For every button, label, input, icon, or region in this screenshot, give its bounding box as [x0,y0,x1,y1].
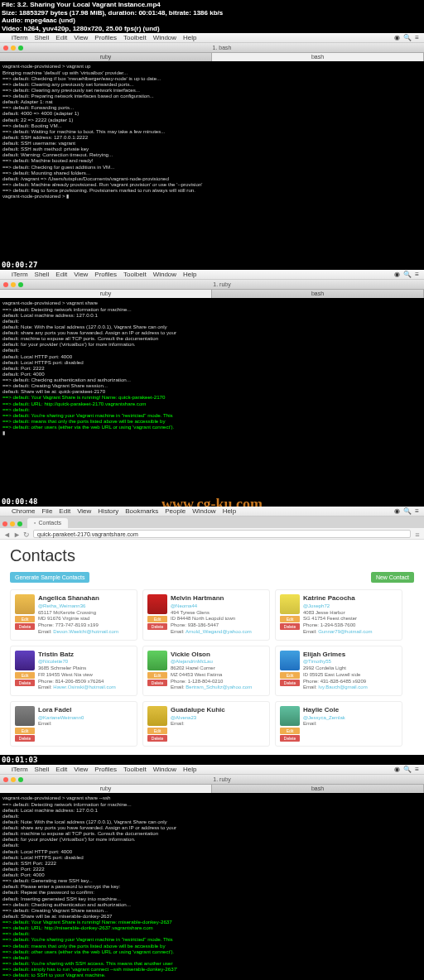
delete-button[interactable]: Delete [147,623,167,630]
menu-item[interactable]: Chrome [12,507,35,515]
edit-button[interactable]: Edit [15,672,35,679]
maximize-icon[interactable] [18,46,23,50]
terminal-output[interactable]: vagrant-node-provisioned > vagrant share… [0,298,424,497]
delete-button[interactable]: Delete [147,735,167,742]
forward-icon[interactable]: ► [13,531,20,537]
menu-item[interactable]: Window [153,271,176,278]
tab-bash[interactable]: bash [212,785,424,793]
menu-icon[interactable]: ≡ [415,34,419,41]
menu-item[interactable]: iTerm [12,271,28,278]
maximize-icon[interactable] [18,282,23,287]
menu-item[interactable]: View [77,507,91,515]
wifi-icon[interactable]: ◉ [394,766,400,773]
search-icon[interactable]: 🔍 [403,507,412,515]
menu-item[interactable]: History [98,507,118,515]
menu-item[interactable]: Window [153,34,176,41]
edit-button[interactable]: Edit [280,672,300,679]
back-icon[interactable]: ◄ [3,531,10,537]
menu-item[interactable]: View [74,34,88,41]
edit-button[interactable]: Edit [280,728,300,734]
reload-icon[interactable]: ↻ [23,531,30,537]
menu-item[interactable]: Edit [59,507,70,515]
contact-handle[interactable]: @Neoma44 [171,603,265,610]
menu-item[interactable]: Help [183,34,196,41]
delete-button[interactable]: Delete [280,735,300,742]
tab-ruby[interactable]: ruby [0,290,212,298]
menu-item[interactable]: Profiles [94,766,117,773]
wifi-icon[interactable]: ◉ [394,271,400,278]
close-icon[interactable] [3,282,8,287]
menu-item[interactable]: Shell [35,271,50,278]
menu-item[interactable]: Toolbelt [123,766,147,773]
menu-item[interactable]: Bookmarks [125,507,158,515]
menu-item[interactable]: File [41,507,52,515]
menu-item[interactable]: Profiles [94,34,117,41]
browser-tab[interactable]: ▫ Contacts [27,518,68,528]
minimize-icon[interactable] [11,282,16,287]
menu-item[interactable]: Toolbelt [123,34,147,41]
edit-button[interactable]: Edit [280,616,300,622]
menu-item[interactable]: Help [183,271,196,278]
tab-bash[interactable]: bash [212,290,424,298]
delete-button[interactable]: Delete [15,735,35,742]
search-icon[interactable]: 🔍 [403,766,412,773]
minimize-icon[interactable] [11,777,16,782]
edit-button[interactable]: Edit [147,616,167,622]
menu-item[interactable]: Edit [55,766,67,773]
menu-item[interactable]: iTerm [12,766,28,773]
wifi-icon[interactable]: ◉ [394,507,400,515]
contact-handle[interactable]: @Joseph72 [303,603,398,610]
contact-handle[interactable]: @Alvena23 [171,715,265,722]
edit-button[interactable]: Edit [147,728,167,734]
url-field[interactable]: quick-parakeet-2170.vagrantshare.com [33,530,411,538]
menu-icon[interactable]: ≡ [414,531,421,537]
minimize-icon[interactable] [11,46,16,50]
menu-item[interactable]: View [74,271,88,278]
menu-item[interactable]: View [74,766,88,773]
menu-icon[interactable]: ≡ [415,507,419,515]
menu-item[interactable]: Help [223,507,236,515]
maximize-icon[interactable] [18,777,23,782]
generate-contacts-button[interactable]: Generate Sample Contacts [10,572,89,583]
contact-handle[interactable]: @Timothy55 [303,659,398,665]
close-icon[interactable] [3,46,8,50]
menu-item[interactable]: Shell [35,34,50,41]
search-icon[interactable]: 🔍 [403,34,412,41]
edit-button[interactable]: Edit [147,672,167,679]
edit-button[interactable]: Edit [15,616,35,622]
minimize-icon[interactable] [10,521,15,526]
menu-item[interactable]: Edit [55,271,67,278]
delete-button[interactable]: Delete [280,680,300,686]
new-contact-button[interactable]: New Contact [371,572,414,583]
delete-button[interactable]: Delete [280,623,300,630]
contact-handle[interactable]: @KarianeWeimann0 [38,715,132,722]
tab-ruby[interactable]: ruby [0,53,212,61]
menu-item[interactable]: Shell [35,766,50,773]
delete-button[interactable]: Delete [15,680,35,686]
delete-button[interactable]: Delete [15,623,35,630]
contact-handle[interactable]: @AlejandrinMcLau [171,659,265,665]
contact-handle[interactable]: @Retha_Weimann36 [38,603,132,610]
menu-item[interactable]: Edit [55,34,67,41]
menu-item[interactable]: Window [192,507,215,515]
menu-icon[interactable]: ≡ [415,766,419,773]
menu-item[interactable]: Profiles [94,271,117,278]
wifi-icon[interactable]: ◉ [394,34,400,41]
search-icon[interactable]: 🔍 [403,271,412,278]
menu-item[interactable]: Toolbelt [123,271,147,278]
delete-button[interactable]: Delete [147,680,167,686]
maximize-icon[interactable] [17,521,22,526]
close-icon[interactable] [3,777,8,782]
menu-item[interactable]: People [165,507,186,515]
edit-button[interactable]: Edit [15,728,35,734]
terminal-output[interactable]: vagrant-node-provisioned > vagrant share… [0,793,424,980]
terminal-output[interactable]: vagrant-node-provisioned > vagrant upBri… [0,61,424,260]
menu-item[interactable]: Window [153,766,176,773]
menu-item[interactable]: iTerm [12,34,28,41]
close-icon[interactable] [2,521,7,526]
tab-bash[interactable]: bash [212,53,424,61]
menu-icon[interactable]: ≡ [415,271,419,278]
contact-handle[interactable]: @Jessyca_Zemlak [303,715,398,722]
tab-ruby[interactable]: ruby [0,785,212,793]
menu-item[interactable]: Help [183,766,196,773]
